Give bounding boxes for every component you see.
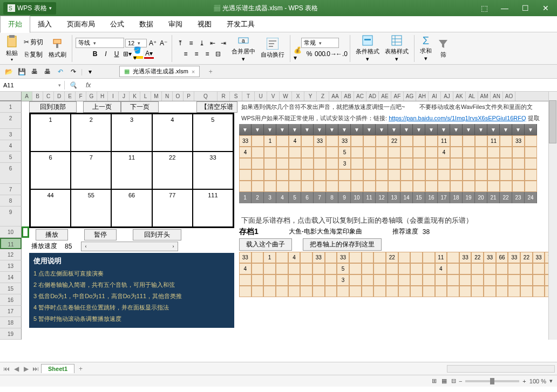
roll-cell[interactable] xyxy=(450,158,463,169)
roll-column-header[interactable]: ▼ xyxy=(425,124,438,135)
roll-cell[interactable] xyxy=(500,181,512,192)
archive-cell[interactable] xyxy=(373,263,386,274)
col-header[interactable]: L xyxy=(140,92,151,101)
roll-cell[interactable] xyxy=(363,181,376,192)
roll-cell[interactable] xyxy=(475,181,487,192)
roll-cell[interactable] xyxy=(252,147,264,158)
print-icon[interactable]: 🖶 xyxy=(29,66,40,77)
row-header[interactable]: 3 xyxy=(0,129,22,140)
roll-cell[interactable] xyxy=(425,181,438,192)
roll-cell[interactable] xyxy=(438,169,450,181)
archive-cell[interactable] xyxy=(337,286,349,297)
archive-cell[interactable] xyxy=(471,274,484,286)
rewind-button[interactable]: 回到开头 xyxy=(133,229,181,240)
archive-cell[interactable] xyxy=(349,252,362,263)
row-header[interactable]: 13 xyxy=(0,260,22,272)
col-header[interactable]: S xyxy=(230,92,242,101)
col-header[interactable]: R xyxy=(218,92,230,101)
roll-cell[interactable] xyxy=(351,135,363,147)
settings-icon[interactable]: ⬚ xyxy=(476,2,492,15)
roll-cell[interactable] xyxy=(326,169,338,181)
row-header[interactable]: 17 xyxy=(0,306,22,317)
archive-cell[interactable] xyxy=(459,274,472,286)
archive-cell[interactable]: 33 xyxy=(337,252,349,263)
piano-key[interactable]: 22 xyxy=(152,152,193,189)
archive-cell[interactable] xyxy=(349,274,362,286)
menu-start[interactable]: 开始 xyxy=(0,16,30,33)
roll-cell[interactable] xyxy=(425,147,438,158)
zoom-in-icon[interactable]: + xyxy=(522,378,526,384)
roll-cell[interactable] xyxy=(326,158,338,169)
increase-font-icon[interactable]: A⁺ xyxy=(148,38,158,48)
piano-key[interactable]: 6 xyxy=(30,152,71,189)
roll-cell[interactable] xyxy=(338,181,351,192)
col-header[interactable]: E xyxy=(65,92,76,101)
filter-button[interactable]: 筛 xyxy=(435,37,451,60)
archive-cell[interactable] xyxy=(349,286,362,297)
roll-cell[interactable] xyxy=(500,147,512,158)
tab-last-icon[interactable]: ⏭ xyxy=(31,365,40,373)
archive-cell[interactable]: 33 xyxy=(508,252,520,263)
col-header[interactable]: A xyxy=(22,92,32,101)
piano-key[interactable]: 7 xyxy=(71,152,111,189)
row-header[interactable]: 9 xyxy=(0,207,22,226)
scroll-right-icon[interactable]: › xyxy=(169,242,178,251)
col-header[interactable]: W xyxy=(280,92,292,101)
archive-cell[interactable] xyxy=(447,263,459,274)
roll-column-header[interactable]: ▼ xyxy=(438,124,450,135)
roll-cell[interactable] xyxy=(425,135,438,147)
wrap-text[interactable]: 自动换行 xyxy=(259,37,287,60)
roll-column-header[interactable]: ▼ xyxy=(264,124,276,135)
roll-cell[interactable] xyxy=(376,147,388,158)
roll-cell[interactable] xyxy=(425,158,438,169)
archive-cell[interactable] xyxy=(373,252,386,263)
roll-column-header[interactable]: ▼ xyxy=(376,124,388,135)
archive-cell[interactable] xyxy=(276,252,288,263)
roll-cell[interactable] xyxy=(376,169,388,181)
roll-cell[interactable]: 33 xyxy=(314,135,326,147)
archive-cell[interactable]: 22 xyxy=(471,252,484,263)
roll-cell[interactable] xyxy=(264,147,276,158)
archive-cell[interactable] xyxy=(276,274,288,286)
col-header[interactable]: C xyxy=(43,92,54,101)
roll-cell[interactable] xyxy=(525,181,537,192)
roll-cell[interactable] xyxy=(388,158,400,169)
roll-cell[interactable] xyxy=(400,135,413,147)
roll-cell[interactable] xyxy=(351,169,363,181)
roll-cell[interactable] xyxy=(475,135,487,147)
archive-cell[interactable]: 1 xyxy=(263,252,276,263)
archive-cell[interactable]: 33 xyxy=(239,252,252,263)
undo-icon[interactable]: ↶ xyxy=(55,66,66,77)
archive-cell[interactable]: 5 xyxy=(337,263,349,274)
roll-cell[interactable] xyxy=(450,147,463,158)
roll-cell[interactable]: 22 xyxy=(388,135,400,147)
redo-icon[interactable]: ↷ xyxy=(68,66,79,77)
row-header[interactable]: 19 xyxy=(0,328,22,340)
piano-key[interactable]: 2 xyxy=(71,114,111,152)
document-tab[interactable]: ▦ 光遇乐谱生成器.xlsm × xyxy=(119,66,200,77)
menu-layout[interactable]: 页面布局 xyxy=(59,16,103,32)
archive-cell[interactable] xyxy=(288,274,301,286)
roll-cell[interactable] xyxy=(475,169,487,181)
roll-column-header[interactable]: ▼ xyxy=(450,124,463,135)
roll-cell[interactable] xyxy=(525,169,537,181)
next-page-button[interactable]: 下一页 xyxy=(121,101,159,113)
roll-cell[interactable]: 4 xyxy=(289,135,301,147)
archive-cell[interactable] xyxy=(471,263,484,274)
archive-cell[interactable] xyxy=(362,263,374,274)
roll-cell[interactable] xyxy=(400,169,413,181)
roll-column-header[interactable]: ▼ xyxy=(276,124,289,135)
col-header[interactable]: Y xyxy=(304,92,317,101)
col-header[interactable]: I xyxy=(108,92,119,101)
archive-cell[interactable]: 4 xyxy=(435,263,447,274)
roll-cell[interactable] xyxy=(289,169,301,181)
roll-cell[interactable] xyxy=(252,158,264,169)
roll-cell[interactable]: 33 xyxy=(338,135,351,147)
row-header[interactable]: 15 xyxy=(0,283,22,294)
roll-cell[interactable] xyxy=(475,158,487,169)
roll-column-header[interactable]: ▼ xyxy=(314,124,326,135)
col-header[interactable]: K xyxy=(130,92,140,101)
roll-cell[interactable] xyxy=(376,158,388,169)
archive-cell[interactable]: 22 xyxy=(386,252,398,263)
roll-cell[interactable]: 4 xyxy=(239,147,252,158)
